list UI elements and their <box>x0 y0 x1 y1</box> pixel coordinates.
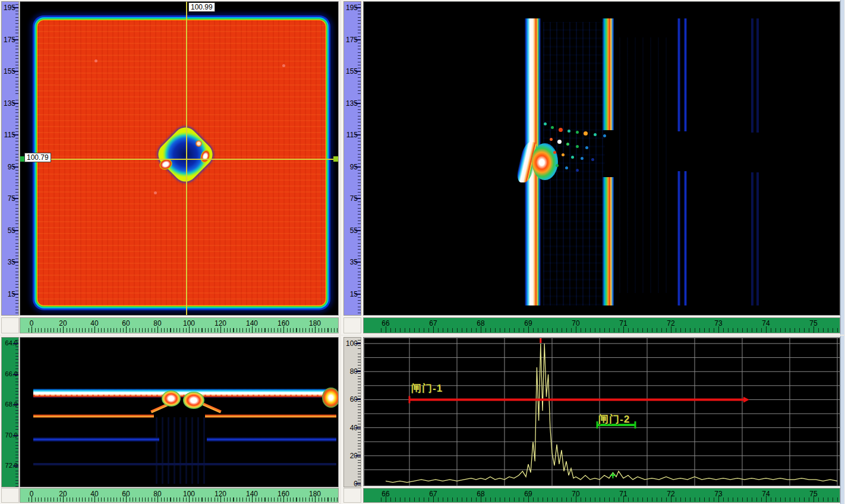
cscan-x-ruler: 020406080100120140160180 <box>20 317 339 333</box>
major-tick <box>157 496 158 502</box>
faint-echo-band <box>751 18 753 133</box>
major-tick <box>386 496 386 502</box>
gate-1-label: 闸门-1 <box>411 382 443 395</box>
major-tick <box>220 496 221 502</box>
ruler-minor-ticks <box>358 338 361 487</box>
major-tick <box>13 7 18 8</box>
major-tick <box>94 496 95 502</box>
major-tick <box>355 71 361 72</box>
faint-echo-band <box>751 172 753 305</box>
major-tick <box>283 496 284 502</box>
major-tick <box>355 39 361 40</box>
crosshair-right-marker <box>333 156 338 162</box>
ruler-minor-ticks <box>381 328 840 332</box>
major-tick <box>355 103 361 104</box>
defect-indication <box>158 127 213 182</box>
major-tick <box>718 326 719 333</box>
repeat-echo-band <box>677 171 680 305</box>
major-tick <box>13 404 18 405</box>
second-echo-band-lower <box>603 177 614 305</box>
cscan-view[interactable]: 100.99 100.79 <box>20 1 339 316</box>
bscan-side-view[interactable] <box>363 1 840 316</box>
ruler-minor-ticks <box>15 2 18 315</box>
major-tick <box>623 496 624 502</box>
crosshair-y-label: 100.79 <box>24 153 51 162</box>
major-tick <box>718 496 719 502</box>
indication-dot <box>94 59 97 62</box>
second-echo-band-upper <box>603 18 614 130</box>
major-tick <box>528 496 529 502</box>
repeat-echo-line-right <box>207 437 336 442</box>
ruler-minor-ticks <box>29 497 338 502</box>
major-tick <box>355 455 361 456</box>
major-tick <box>189 326 190 333</box>
indication-dot <box>282 64 285 67</box>
major-tick <box>481 326 481 333</box>
defect-echo-blob <box>162 390 181 407</box>
crosshair-x-label: 100.99 <box>188 2 215 12</box>
ascan-panel: 100806040200 闸门-1 闸门-2 66676869707172737… <box>341 336 845 504</box>
repeat-echo-band <box>677 18 680 131</box>
major-tick <box>13 435 18 436</box>
ut-inspection-app: 1951751551351159575553515 100.99 100.79 … <box>0 0 845 504</box>
repeat-echo-band <box>684 18 687 131</box>
ascan-view[interactable]: 闸门-1 闸门-2 <box>363 337 840 486</box>
major-tick <box>433 326 434 333</box>
ascan-x-ruler: 66676869707172737475 <box>363 488 840 503</box>
major-tick <box>157 326 158 333</box>
major-tick <box>355 230 361 231</box>
major-tick <box>481 496 481 502</box>
major-tick <box>13 230 18 231</box>
cscan-panel: 1951751551351159575553515 100.99 100.79 … <box>0 0 339 335</box>
major-tick <box>13 198 18 199</box>
bscan-end-y-ruler: 64.966.968.970.972.9 <box>1 337 19 487</box>
defect-echo-blob <box>532 143 558 180</box>
gate-2-label: 闸门-2 <box>598 412 630 426</box>
ruler-corner <box>343 317 361 333</box>
major-tick <box>355 483 361 484</box>
major-tick <box>671 496 671 502</box>
major-tick <box>433 496 434 502</box>
bscan-side-y-ruler: 1951751551351159575553515 <box>343 1 361 316</box>
ascan-y-ruler: 100806040200 <box>343 337 361 487</box>
ruler-minor-ticks <box>29 328 338 332</box>
major-tick <box>13 294 18 295</box>
bscan-side-panel: 1951751551351159575553515 66676869707172… <box>341 0 845 335</box>
defect-echo-blob <box>183 392 204 409</box>
measure-cross-marker <box>610 472 616 478</box>
repeat-echo-band <box>684 171 687 305</box>
crosshair-horizontal-line[interactable] <box>20 159 338 160</box>
major-tick <box>13 465 18 467</box>
edge-echo-blob <box>322 388 339 408</box>
cscan-y-ruler: 1951751551351159575553515 <box>1 1 19 316</box>
major-tick <box>315 496 316 502</box>
panel-scroll-edge <box>840 0 844 335</box>
major-tick <box>283 326 284 333</box>
major-tick <box>252 326 253 333</box>
bscan-end-panel: 64.966.968.970.972.9 0204060801001201401… <box>0 336 339 504</box>
major-tick <box>13 134 18 136</box>
major-tick <box>355 7 361 8</box>
indication-dot <box>154 191 157 194</box>
bscan-end-view[interactable] <box>20 337 339 487</box>
major-tick <box>355 371 361 372</box>
major-tick <box>126 496 127 502</box>
major-tick <box>13 374 18 375</box>
diffraction-dots <box>544 122 547 125</box>
ruler-minor-ticks <box>358 2 361 315</box>
faint-echo-band <box>756 172 759 305</box>
major-tick <box>31 496 32 502</box>
major-tick <box>13 166 18 168</box>
major-tick <box>315 326 316 333</box>
bscan-end-x-ruler: 020406080100120140160180 <box>20 488 339 503</box>
major-tick <box>63 496 64 502</box>
major-tick <box>13 71 18 72</box>
major-tick <box>576 496 576 502</box>
major-tick <box>766 326 767 333</box>
major-tick <box>766 496 767 502</box>
major-tick <box>386 326 386 333</box>
major-tick <box>355 262 361 263</box>
bscan-side-x-ruler: 66676869707172737475 <box>363 317 840 333</box>
major-tick <box>126 326 127 333</box>
ruler-minor-ticks <box>381 497 840 502</box>
